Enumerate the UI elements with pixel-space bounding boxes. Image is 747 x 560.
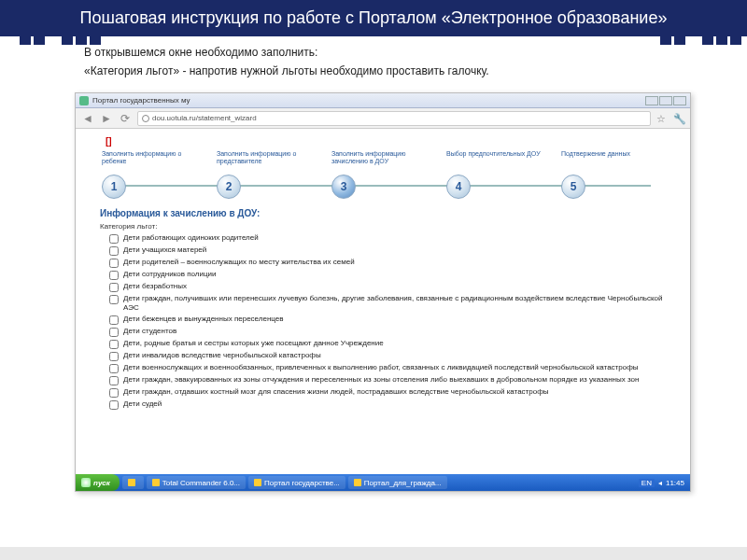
privilege-checkbox[interactable] — [109, 315, 119, 325]
privilege-label: Дети родителей – военнослужащих по месту… — [123, 258, 355, 267]
checkbox-row: Дети работающих одиноких родителей — [109, 233, 673, 244]
taskbar-item-label: Портал государстве... — [264, 479, 340, 487]
privilege-label: Дети военнослужащих и военнообязанных, п… — [123, 363, 639, 372]
privilege-label: Дети, родные братья и сестры которых уже… — [123, 339, 384, 348]
privilege-checkbox[interactable] — [109, 376, 119, 385]
wizard-step-circle: 3 — [331, 175, 356, 199]
wrench-icon[interactable]: 🔧 — [673, 113, 684, 124]
wizard-step-5[interactable]: Подтвержение данных5 — [561, 150, 664, 199]
wizard-step-3[interactable]: Заполнить информацию зачислению в ДОУ3 — [331, 150, 434, 199]
window-titlebar: Портал государственных му — [76, 93, 690, 108]
privilege-checkbox[interactable] — [109, 283, 119, 292]
checkbox-row: Дети судей — [109, 399, 673, 410]
privilege-checkbox[interactable] — [109, 295, 119, 304]
taskbar-item-icon — [254, 479, 261, 486]
privilege-label: Дети сотрудников полиции — [123, 270, 216, 279]
wizard-step-label: Выбор предпочтительных ДОУ — [446, 150, 541, 171]
taskbar-item[interactable]: Портал государстве... — [248, 476, 345, 489]
checkbox-row: Дети инвалидов вследствие чернобыльской … — [109, 351, 673, 361]
page-content: [] Заполнить информацию о ребенке1Заполн… — [76, 129, 690, 417]
browser-screenshot: Портал государственных му ◄ ► ⟳ dou.uotu… — [75, 92, 691, 492]
wizard-step-4[interactable]: Выбор предпочтительных ДОУ4 — [446, 150, 549, 199]
tray-sep: ◂ — [658, 479, 662, 487]
privilege-checkbox[interactable] — [109, 364, 119, 373]
clock: 11:45 — [666, 479, 684, 487]
instruction-line-2: «Категория льгот» - напротив нужной льго… — [84, 64, 682, 77]
checkbox-row: Дети сотрудников полиции — [109, 270, 673, 280]
privilege-checkbox[interactable] — [109, 352, 119, 361]
wizard-step-circle: 1 — [102, 175, 126, 199]
system-tray: EN ◂ 11:45 — [633, 479, 690, 487]
wizard-step-circle: 5 — [561, 175, 585, 199]
start-orb-icon — [81, 478, 91, 487]
privilege-checkbox[interactable] — [109, 271, 119, 280]
forward-icon[interactable]: ► — [100, 112, 113, 125]
section-title: Информация к зачислению в ДОУ: — [100, 208, 673, 218]
app-icon — [79, 96, 89, 105]
privilege-checkbox[interactable] — [109, 400, 119, 410]
privilege-label: Дети беженцев и вынужденных переселенцев — [123, 315, 284, 324]
privilege-checkbox[interactable] — [109, 328, 119, 337]
star-icon[interactable]: ☆ — [656, 113, 668, 124]
url-text: dou.uotula.ru/statement_wizard — [152, 114, 257, 122]
wizard-step-circle: 2 — [217, 175, 241, 199]
privilege-label: Дети граждан, эвакуированных из зоны отч… — [123, 375, 639, 385]
checkbox-row: Дети учащихся матерей — [109, 245, 673, 256]
window-title-text: Портал государственных му — [92, 96, 190, 105]
privilege-label: Дети граждан, получивших или перенесших … — [123, 294, 673, 313]
privilege-checkbox[interactable] — [109, 246, 119, 256]
checkbox-row: Дети граждан, получивших или перенесших … — [109, 294, 673, 313]
privilege-checkbox[interactable] — [109, 388, 119, 398]
category-label: Категория льгот: — [100, 222, 673, 231]
start-label: пуск — [93, 479, 110, 487]
taskbar: пуск Total Commander 6.0...Портал госуда… — [76, 474, 690, 491]
privilege-label: Дети инвалидов вследствие чернобыльской … — [123, 351, 321, 360]
privilege-label: Дети студентов — [123, 327, 176, 336]
privilege-checkbox[interactable] — [109, 259, 119, 268]
wizard-step-label: Заполнить информацию зачислению в ДОУ — [331, 150, 434, 171]
privilege-checkbox[interactable] — [109, 340, 119, 349]
reload-icon[interactable]: ⟳ — [119, 112, 132, 125]
wizard-step-circle: 4 — [446, 175, 471, 199]
checkbox-row: Дети беженцев и вынужденных переселенцев — [109, 315, 673, 325]
privilege-label: Дети учащихся матерей — [123, 245, 206, 255]
language-indicator[interactable]: EN — [639, 479, 655, 487]
back-icon[interactable]: ◄ — [81, 112, 94, 125]
wizard-step-1[interactable]: Заполнить информацию о ребенке1 — [102, 150, 204, 199]
checkbox-row: Дети граждан, отдавших костный мозг для … — [109, 387, 673, 398]
wizard-step-label: Заполнить информацию о представителе — [217, 150, 319, 171]
checkbox-row: Дети студентов — [109, 327, 673, 337]
taskbar-item-icon — [354, 479, 361, 486]
slide-footer — [0, 547, 747, 560]
wizard-step-2[interactable]: Заполнить информацию о представителе2 — [217, 150, 319, 199]
taskbar-item[interactable]: Портал_для_гражда... — [348, 476, 447, 489]
taskbar-item[interactable]: Total Commander 6.0... — [147, 476, 246, 489]
checkbox-row: Дети родителей – военнослужащих по месту… — [109, 258, 673, 268]
taskbar-item-label: Портал_для_гражда... — [364, 479, 442, 487]
taskbar-item[interactable] — [122, 476, 144, 489]
taskbar-item-icon — [128, 479, 135, 486]
minimize-button[interactable] — [645, 96, 658, 105]
checkbox-row: Дети граждан, эвакуированных из зоны отч… — [109, 375, 673, 385]
wizard-step-label: Заполнить информацию о ребенке — [102, 150, 204, 171]
wizard-steps: Заполнить информацию о ребенке1Заполнить… — [102, 150, 664, 199]
taskbar-item-icon — [152, 479, 160, 486]
wizard-step-label: Подтвержение данных — [561, 150, 630, 171]
instruction-block: В открывшемся окне необходимо заполнить:… — [0, 36, 747, 89]
taskbar-item-label: Total Commander 6.0... — [162, 479, 240, 487]
start-button[interactable]: пуск — [76, 474, 120, 491]
url-field[interactable]: dou.uotula.ru/statement_wizard — [137, 111, 651, 126]
globe-icon — [142, 115, 149, 122]
maximize-button[interactable] — [659, 96, 672, 105]
instruction-line-1: В открывшемся окне необходимо заполнить: — [84, 46, 682, 59]
close-button[interactable] — [673, 96, 686, 105]
privilege-label: Дети судей — [123, 399, 162, 409]
checkbox-row: Дети безработных — [109, 282, 673, 292]
privilege-label: Дети граждан, отдавших костный мозг для … — [123, 387, 549, 397]
privilege-label: Дети безработных — [123, 282, 187, 291]
checkbox-row: Дети военнослужащих и военнообязанных, п… — [109, 363, 673, 373]
privilege-checkbox[interactable] — [109, 234, 119, 244]
checkbox-row: Дети, родные братья и сестры которых уже… — [109, 339, 673, 349]
validation-marker: [] — [106, 136, 673, 147]
address-bar: ◄ ► ⟳ dou.uotula.ru/statement_wizard ☆ 🔧 — [76, 108, 690, 129]
